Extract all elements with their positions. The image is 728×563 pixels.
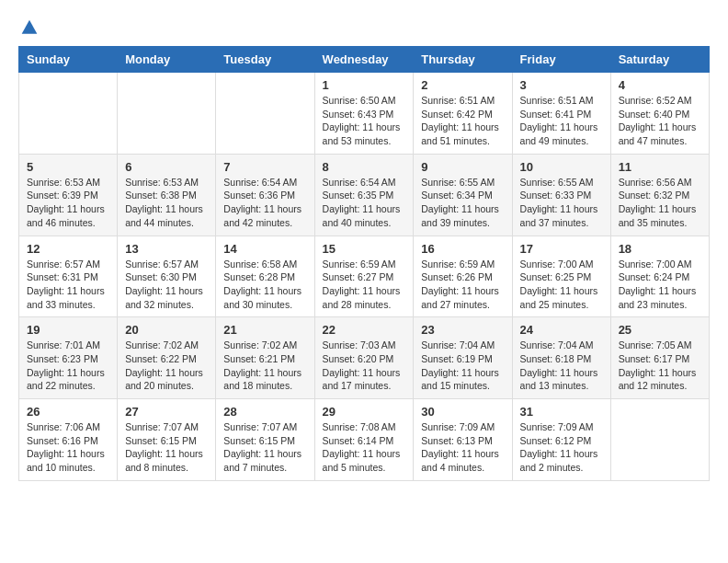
day-number: 6: [125, 160, 208, 174]
calendar-cell: [610, 399, 709, 481]
calendar-cell: 22Sunrise: 7:03 AM Sunset: 6:20 PM Dayli…: [314, 317, 414, 399]
day-number: 15: [323, 242, 406, 256]
calendar-cell: 28Sunrise: 7:07 AM Sunset: 6:15 PM Dayli…: [216, 399, 314, 481]
calendar-cell: 3Sunrise: 6:51 AM Sunset: 6:41 PM Daylig…: [512, 73, 610, 155]
weekday-header-saturday: Saturday: [610, 47, 709, 73]
logo: [18, 18, 39, 37]
calendar-cell: 11Sunrise: 6:56 AM Sunset: 6:32 PM Dayli…: [610, 154, 709, 236]
day-info: Sunrise: 6:55 AM Sunset: 6:33 PM Dayligh…: [520, 176, 603, 230]
weekday-header-monday: Monday: [118, 47, 216, 73]
calendar-cell: 20Sunrise: 7:02 AM Sunset: 6:22 PM Dayli…: [118, 317, 216, 399]
day-info: Sunrise: 6:57 AM Sunset: 6:30 PM Dayligh…: [125, 258, 208, 312]
day-number: 13: [125, 242, 208, 256]
day-info: Sunrise: 7:00 AM Sunset: 6:24 PM Dayligh…: [619, 258, 701, 312]
day-info: Sunrise: 6:52 AM Sunset: 6:40 PM Dayligh…: [619, 94, 701, 148]
calendar-cell: [216, 73, 314, 155]
day-info: Sunrise: 7:04 AM Sunset: 6:19 PM Dayligh…: [421, 339, 504, 393]
day-number: 24: [520, 323, 603, 337]
calendar-cell: 17Sunrise: 7:00 AM Sunset: 6:25 PM Dayli…: [512, 236, 610, 317]
day-number: 21: [223, 323, 306, 337]
day-info: Sunrise: 6:59 AM Sunset: 6:26 PM Dayligh…: [421, 258, 504, 312]
day-info: Sunrise: 6:54 AM Sunset: 6:35 PM Dayligh…: [323, 176, 406, 230]
day-number: 31: [520, 405, 603, 419]
day-info: Sunrise: 7:08 AM Sunset: 6:14 PM Dayligh…: [323, 420, 406, 475]
calendar-week-3: 12Sunrise: 6:57 AM Sunset: 6:31 PM Dayli…: [19, 236, 710, 317]
day-number: 20: [125, 323, 208, 337]
day-number: 7: [223, 160, 306, 174]
day-info: Sunrise: 6:55 AM Sunset: 6:34 PM Dayligh…: [421, 176, 504, 230]
weekday-header-friday: Friday: [512, 47, 610, 73]
day-number: 9: [421, 160, 504, 174]
day-number: 19: [27, 323, 109, 337]
calendar-cell: 8Sunrise: 6:54 AM Sunset: 6:35 PM Daylig…: [314, 154, 414, 236]
day-number: 3: [520, 78, 603, 92]
calendar-cell: 24Sunrise: 7:04 AM Sunset: 6:18 PM Dayli…: [512, 317, 610, 399]
day-number: 23: [421, 323, 504, 337]
day-info: Sunrise: 7:05 AM Sunset: 6:17 PM Dayligh…: [619, 339, 701, 393]
day-number: 17: [520, 242, 603, 256]
day-info: Sunrise: 6:57 AM Sunset: 6:31 PM Dayligh…: [27, 258, 109, 312]
day-info: Sunrise: 7:07 AM Sunset: 6:15 PM Dayligh…: [223, 420, 306, 475]
day-info: Sunrise: 7:00 AM Sunset: 6:25 PM Dayligh…: [520, 258, 603, 312]
day-info: Sunrise: 7:06 AM Sunset: 6:16 PM Dayligh…: [27, 420, 109, 475]
day-info: Sunrise: 6:58 AM Sunset: 6:28 PM Dayligh…: [223, 258, 306, 312]
day-info: Sunrise: 6:53 AM Sunset: 6:39 PM Dayligh…: [27, 176, 109, 230]
calendar-cell: 7Sunrise: 6:54 AM Sunset: 6:36 PM Daylig…: [216, 154, 314, 236]
day-info: Sunrise: 7:07 AM Sunset: 6:15 PM Dayligh…: [125, 420, 208, 475]
day-info: Sunrise: 7:03 AM Sunset: 6:20 PM Dayligh…: [323, 339, 406, 393]
day-number: 5: [27, 160, 109, 174]
calendar-cell: 29Sunrise: 7:08 AM Sunset: 6:14 PM Dayli…: [314, 399, 414, 481]
calendar-cell: [19, 73, 118, 155]
calendar-cell: 9Sunrise: 6:55 AM Sunset: 6:34 PM Daylig…: [414, 154, 512, 236]
weekday-header-wednesday: Wednesday: [314, 47, 414, 73]
calendar-cell: 4Sunrise: 6:52 AM Sunset: 6:40 PM Daylig…: [610, 73, 709, 155]
calendar-cell: 30Sunrise: 7:09 AM Sunset: 6:13 PM Dayli…: [414, 399, 512, 481]
calendar-cell: 31Sunrise: 7:09 AM Sunset: 6:12 PM Dayli…: [512, 399, 610, 481]
day-number: 1: [323, 78, 406, 92]
day-number: 11: [619, 160, 701, 174]
day-number: 2: [421, 78, 504, 92]
calendar-header-row: SundayMondayTuesdayWednesdayThursdayFrid…: [19, 47, 710, 73]
day-info: Sunrise: 6:59 AM Sunset: 6:27 PM Dayligh…: [323, 258, 406, 312]
day-number: 14: [223, 242, 306, 256]
day-number: 26: [27, 405, 109, 419]
calendar-cell: 23Sunrise: 7:04 AM Sunset: 6:19 PM Dayli…: [414, 317, 512, 399]
day-info: Sunrise: 6:51 AM Sunset: 6:42 PM Dayligh…: [421, 94, 504, 148]
day-number: 10: [520, 160, 603, 174]
day-number: 12: [27, 242, 109, 256]
day-number: 28: [223, 405, 306, 419]
calendar-cell: 25Sunrise: 7:05 AM Sunset: 6:17 PM Dayli…: [610, 317, 709, 399]
calendar-cell: 16Sunrise: 6:59 AM Sunset: 6:26 PM Dayli…: [414, 236, 512, 317]
calendar-cell: 10Sunrise: 6:55 AM Sunset: 6:33 PM Dayli…: [512, 154, 610, 236]
calendar-cell: 5Sunrise: 6:53 AM Sunset: 6:39 PM Daylig…: [19, 154, 118, 236]
day-info: Sunrise: 6:53 AM Sunset: 6:38 PM Dayligh…: [125, 176, 208, 230]
calendar: SundayMondayTuesdayWednesdayThursdayFrid…: [18, 46, 710, 481]
calendar-cell: 19Sunrise: 7:01 AM Sunset: 6:23 PM Dayli…: [19, 317, 118, 399]
calendar-cell: [118, 73, 216, 155]
calendar-cell: 14Sunrise: 6:58 AM Sunset: 6:28 PM Dayli…: [216, 236, 314, 317]
day-info: Sunrise: 7:01 AM Sunset: 6:23 PM Dayligh…: [27, 339, 109, 393]
day-info: Sunrise: 7:09 AM Sunset: 6:12 PM Dayligh…: [520, 420, 603, 475]
day-number: 22: [323, 323, 406, 337]
logo-icon: [20, 18, 39, 37]
calendar-cell: 21Sunrise: 7:02 AM Sunset: 6:21 PM Dayli…: [216, 317, 314, 399]
day-info: Sunrise: 6:54 AM Sunset: 6:36 PM Dayligh…: [223, 176, 306, 230]
page-header: [18, 18, 710, 37]
calendar-cell: 2Sunrise: 6:51 AM Sunset: 6:42 PM Daylig…: [414, 73, 512, 155]
day-number: 29: [323, 405, 406, 419]
day-number: 30: [421, 405, 504, 419]
calendar-cell: 18Sunrise: 7:00 AM Sunset: 6:24 PM Dayli…: [610, 236, 709, 317]
calendar-cell: 6Sunrise: 6:53 AM Sunset: 6:38 PM Daylig…: [118, 154, 216, 236]
weekday-header-thursday: Thursday: [414, 47, 512, 73]
day-number: 4: [619, 78, 701, 92]
day-info: Sunrise: 6:51 AM Sunset: 6:41 PM Dayligh…: [520, 94, 603, 148]
day-number: 16: [421, 242, 504, 256]
day-info: Sunrise: 7:02 AM Sunset: 6:21 PM Dayligh…: [223, 339, 306, 393]
weekday-header-sunday: Sunday: [19, 47, 118, 73]
calendar-cell: 26Sunrise: 7:06 AM Sunset: 6:16 PM Dayli…: [19, 399, 118, 481]
calendar-cell: 15Sunrise: 6:59 AM Sunset: 6:27 PM Dayli…: [314, 236, 414, 317]
day-info: Sunrise: 6:50 AM Sunset: 6:43 PM Dayligh…: [323, 94, 406, 148]
weekday-header-tuesday: Tuesday: [216, 47, 314, 73]
calendar-week-1: 1Sunrise: 6:50 AM Sunset: 6:43 PM Daylig…: [19, 73, 710, 155]
day-number: 8: [323, 160, 406, 174]
